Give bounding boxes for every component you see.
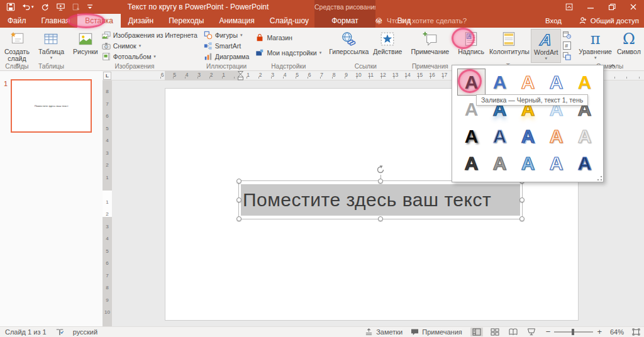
tab-3[interactable]: Дизайн xyxy=(121,14,161,28)
zoom-slider[interactable] xyxy=(554,331,593,333)
wordart-style-13[interactable]: A xyxy=(514,123,542,150)
slide-number-icon[interactable]: # xyxy=(562,41,572,50)
wordart-style-16[interactable]: A xyxy=(457,150,486,177)
wordart-button[interactable]: A WordArt ▾ xyxy=(531,29,561,63)
wordart-style-17[interactable]: A xyxy=(486,150,514,177)
ruler-minor-tick xyxy=(639,77,640,79)
tab-format[interactable]: Формат xyxy=(314,14,375,28)
ruler-number: 4 xyxy=(103,138,112,145)
resize-handle-s[interactable] xyxy=(378,216,383,221)
ribbon-group-slides: Создать слайд ▾ Слайды xyxy=(0,28,34,70)
online-pictures-button[interactable]: Изображения из Интернета xyxy=(101,30,199,40)
ruler-minor-tick xyxy=(209,77,210,79)
text-box-icon: A xyxy=(463,30,479,48)
tab-5[interactable]: Анимация xyxy=(211,14,262,28)
wordart-style-20[interactable]: A xyxy=(570,150,599,177)
comments-toggle[interactable]: Примечания xyxy=(411,328,462,336)
wordart-style-12[interactable]: A xyxy=(486,123,514,150)
photo-album-button[interactable]: Фотоальбом ▾ xyxy=(101,52,199,62)
wordart-style-tooltip: Заливка — Черный, текст 1, тень xyxy=(476,94,588,106)
wordart-style-1[interactable]: A xyxy=(457,69,486,96)
minimize-icon[interactable] xyxy=(580,0,601,14)
rotate-handle[interactable] xyxy=(375,165,386,175)
wordart-style-5[interactable]: A xyxy=(570,69,599,96)
powerpoint-window: { "colors": { "titlebar": "#BE4B2B", "co… xyxy=(0,0,644,337)
slideshow-icon[interactable] xyxy=(525,328,538,336)
header-footer-button[interactable]: Колонтитулы xyxy=(487,29,531,57)
close-icon[interactable] xyxy=(623,0,644,14)
notes-toggle[interactable]: Заметки xyxy=(365,328,402,336)
slide-thumbnail[interactable]: Поместите здесь ваш текст xyxy=(11,79,92,133)
resize-handle-w[interactable] xyxy=(236,197,242,202)
wordart-style-14[interactable]: A xyxy=(542,123,570,150)
start-slideshow-icon[interactable] xyxy=(56,3,65,11)
new-comment-button[interactable]: Примечание xyxy=(408,29,452,57)
undo-icon[interactable]: ▾ xyxy=(21,3,34,11)
wordart-style-19[interactable]: A xyxy=(542,150,570,177)
zoom-slider-thumb[interactable] xyxy=(572,329,574,335)
zoom-in-button[interactable]: + xyxy=(597,329,602,335)
text-box-button[interactable]: A Надпись xyxy=(455,29,487,57)
object-icon[interactable] xyxy=(562,52,572,61)
indent-marker[interactable] xyxy=(238,71,243,80)
table-button[interactable]: Таблица ▾ xyxy=(36,29,67,62)
wordart-style-2[interactable]: A xyxy=(486,69,514,96)
zoom-out-button[interactable]: − xyxy=(546,329,551,335)
slide-counter: Слайд 1 из 1 xyxy=(5,328,47,336)
normal-view-icon[interactable] xyxy=(470,328,483,336)
restore-icon[interactable] xyxy=(601,0,623,14)
tab-2[interactable]: Вставка xyxy=(77,14,121,28)
equation-button[interactable]: π Уравнение ▾ xyxy=(576,29,614,62)
screenshot-icon xyxy=(102,41,111,50)
resize-handle-nw[interactable] xyxy=(236,179,242,184)
tab-0[interactable]: Файл xyxy=(0,14,34,28)
smartart-button[interactable]: SmartArt xyxy=(203,41,251,51)
wordart-style-3[interactable]: A xyxy=(514,69,542,96)
ribbon-display-options-icon[interactable] xyxy=(558,0,580,14)
my-addins-button[interactable]: Мои надстройки ▾ xyxy=(254,48,323,58)
ruler-minor-tick xyxy=(271,77,272,79)
touch-mode-icon[interactable] xyxy=(72,3,80,11)
shapes-button[interactable]: Фигуры ▾ xyxy=(203,30,251,40)
zoom-level[interactable]: 64% xyxy=(610,328,624,336)
hyperlink-button[interactable]: Гиперссылка xyxy=(326,29,370,57)
reading-view-icon[interactable] xyxy=(507,328,519,336)
spell-check-icon[interactable] xyxy=(55,328,64,336)
symbol-button[interactable]: Ω Символ xyxy=(614,29,643,57)
wordart-style-18[interactable]: A xyxy=(514,150,542,177)
tab-6[interactable]: Слайд-шоу xyxy=(262,14,316,28)
share-button[interactable]: Общий доступ xyxy=(579,14,639,28)
dropdown-arrow-icon: ▾ xyxy=(594,55,597,60)
tab-4[interactable]: Переходы xyxy=(161,14,211,28)
resize-handle-n[interactable] xyxy=(378,179,383,184)
language-indicator[interactable]: русский xyxy=(73,328,97,336)
slide-sorter-icon[interactable] xyxy=(489,328,501,336)
wordart-style-4[interactable]: A xyxy=(542,69,570,96)
pictures-button[interactable]: Рисунки xyxy=(70,29,101,57)
date-time-icon[interactable] xyxy=(562,30,572,40)
tab-1[interactable]: Главная xyxy=(34,14,78,28)
store-button[interactable]: Магазин xyxy=(254,33,323,43)
group-label-links: Ссылки xyxy=(325,63,406,70)
wordart-style-15[interactable]: A xyxy=(570,123,599,150)
tell-me-search[interactable]: Что вы хотите сделать? xyxy=(375,14,467,28)
screenshot-button[interactable]: Снимок ▾ xyxy=(101,41,199,51)
fit-slide-icon[interactable] xyxy=(632,328,640,336)
resize-handle-sw[interactable] xyxy=(236,216,242,221)
save-icon[interactable] xyxy=(6,3,15,11)
resize-handle-e[interactable] xyxy=(519,197,525,202)
resize-grip-icon[interactable] xyxy=(597,176,602,180)
collapse-ribbon-icon[interactable] xyxy=(609,63,616,69)
chart-button[interactable]: Диаграмма xyxy=(203,52,251,62)
wordart-style-11[interactable]: A xyxy=(457,123,486,150)
ruler-minor-tick xyxy=(381,77,382,79)
sign-in-button[interactable]: Вход xyxy=(545,14,562,28)
ruler-number: 10 xyxy=(354,72,363,78)
resize-handle-se[interactable] xyxy=(519,216,525,221)
selected-text-box[interactable]: Поместите здесь ваш текст xyxy=(238,180,523,219)
action-button[interactable]: Действие xyxy=(370,29,404,57)
redo-icon[interactable] xyxy=(40,3,50,11)
ribbon-group-links: Гиперссылка Действие Ссылки xyxy=(325,28,406,70)
tab-selector-box[interactable]: L xyxy=(103,72,111,80)
quick-access-toolbar: ▾ xyxy=(0,3,93,11)
